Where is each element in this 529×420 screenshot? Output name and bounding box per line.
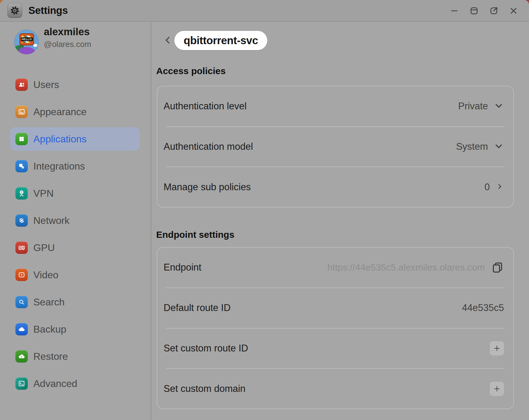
titlebar: Settings bbox=[0, 0, 529, 22]
row-label: Set custom domain bbox=[164, 383, 245, 394]
sidebar: HELLO alexmiles @olares.com bbox=[0, 22, 151, 420]
add-custom-route-id-button[interactable] bbox=[490, 341, 504, 355]
profile-domain: @olares.com bbox=[44, 40, 91, 49]
sidebar-item-integrations[interactable]: Integrations bbox=[0, 153, 151, 180]
sidebar-item-label: Video bbox=[33, 269, 58, 281]
plus-icon bbox=[493, 344, 501, 352]
sub-policies-count: 0 bbox=[485, 182, 490, 193]
section-title-endpoint-settings: Endpoint settings bbox=[156, 229, 234, 240]
avatar[interactable]: HELLO bbox=[14, 30, 39, 54]
restore-window-icon[interactable] bbox=[470, 6, 478, 15]
chevron-down-icon[interactable] bbox=[494, 100, 504, 112]
sidebar-item-label: GPU bbox=[33, 242, 55, 254]
access-policies-card: Authentication level Private Authenticat… bbox=[157, 86, 514, 208]
sidebar-item-video[interactable]: Video bbox=[0, 261, 151, 288]
sidebar-item-label: Appearance bbox=[33, 106, 87, 118]
avatar-tv-head: HELLO bbox=[19, 33, 34, 45]
default-route-id-value: 44e535c5 bbox=[462, 302, 504, 313]
endpoint-settings-card: Endpoint https://44e535c5.alexmiles.olar… bbox=[157, 247, 514, 409]
sidebar-item-network[interactable]: Network bbox=[0, 207, 151, 234]
endpoint-row: Endpoint https://44e535c5.alexmiles.olar… bbox=[157, 248, 513, 288]
sidebar-item-label: Integrations bbox=[33, 161, 85, 172]
default-route-id-row: Default route ID 44e535c5 bbox=[157, 288, 513, 328]
integrations-icon bbox=[15, 160, 28, 172]
authentication-level-value: Private bbox=[458, 101, 488, 112]
sidebar-item-label: Advanced bbox=[33, 378, 77, 389]
gear-icon bbox=[9, 4, 21, 17]
settings-app-icon bbox=[7, 3, 22, 18]
search-icon bbox=[15, 296, 28, 308]
chevron-right-icon[interactable] bbox=[495, 182, 504, 192]
sidebar-item-gpu[interactable]: GPU bbox=[0, 234, 151, 261]
users-icon bbox=[15, 78, 28, 91]
sidebar-item-applications[interactable]: Applications bbox=[0, 125, 151, 153]
sidebar-item-label: Backup bbox=[33, 324, 66, 335]
network-icon bbox=[15, 214, 28, 227]
authentication-model-value: System bbox=[456, 141, 488, 152]
restore-cloud-icon bbox=[15, 350, 28, 363]
vpn-icon bbox=[15, 187, 28, 200]
sidebar-item-advanced[interactable]: Advanced bbox=[0, 370, 151, 397]
endpoint-url: https://44e535c5.alexmiles.olares.com bbox=[327, 262, 485, 273]
avatar-detail bbox=[33, 44, 37, 47]
add-custom-domain-button[interactable] bbox=[490, 382, 504, 396]
close-icon[interactable] bbox=[509, 6, 518, 15]
authentication-model-row[interactable]: Authentication model System bbox=[157, 127, 513, 167]
sidebar-item-backup[interactable]: Backup bbox=[0, 316, 151, 343]
sidebar-nav: Users Appearance bbox=[0, 71, 151, 397]
video-icon bbox=[15, 269, 28, 281]
back-button[interactable] bbox=[162, 34, 173, 46]
backup-cloud-icon bbox=[15, 323, 28, 335]
avatar-detail bbox=[18, 47, 35, 54]
chevron-down-icon[interactable] bbox=[494, 141, 504, 153]
row-label: Authentication model bbox=[164, 141, 253, 152]
set-custom-route-id-row[interactable]: Set custom route ID bbox=[157, 329, 513, 368]
set-custom-domain-row[interactable]: Set custom domain bbox=[157, 369, 513, 409]
plus-icon bbox=[493, 385, 501, 393]
sidebar-item-label: Search bbox=[33, 296, 65, 308]
window-controls bbox=[450, 0, 518, 22]
gpu-icon bbox=[15, 242, 28, 254]
applications-icon bbox=[15, 133, 28, 145]
sidebar-item-label: Network bbox=[33, 215, 69, 226]
sidebar-item-label: Applications bbox=[33, 133, 87, 145]
row-label: Endpoint bbox=[164, 262, 201, 273]
manage-sub-policies-row[interactable]: Manage sub policies 0 bbox=[157, 167, 513, 207]
avatar-hello-text: HELLO bbox=[21, 37, 33, 41]
terminal-icon bbox=[15, 377, 28, 390]
sidebar-item-label: Users bbox=[33, 79, 59, 90]
copy-icon[interactable] bbox=[490, 260, 504, 275]
sidebar-item-users[interactable]: Users bbox=[0, 71, 151, 98]
sidebar-item-label: VPN bbox=[33, 188, 54, 199]
minimize-icon[interactable] bbox=[450, 6, 459, 15]
row-label: Manage sub policies bbox=[164, 182, 251, 193]
row-label: Default route ID bbox=[164, 302, 231, 313]
page-title: qbittorrent-svc bbox=[184, 34, 258, 47]
desktop-wallpaper: Settings bbox=[0, 0, 529, 420]
row-label: Authentication level bbox=[164, 101, 247, 112]
sidebar-item-appearance[interactable]: Appearance bbox=[0, 98, 151, 125]
sidebar-item-vpn[interactable]: VPN bbox=[0, 180, 151, 207]
row-label: Set custom route ID bbox=[164, 343, 248, 354]
sidebar-item-search[interactable]: Search bbox=[0, 288, 151, 316]
section-title-access-policies: Access policies bbox=[156, 66, 226, 76]
authentication-level-row[interactable]: Authentication level Private bbox=[157, 86, 513, 126]
sidebar-item-label: Restore bbox=[33, 351, 68, 362]
chevron-left-icon bbox=[163, 35, 173, 45]
settings-window: Settings bbox=[0, 0, 529, 420]
window-title: Settings bbox=[28, 5, 68, 16]
open-in-new-window-icon[interactable] bbox=[489, 6, 498, 15]
page-title-pill: qbittorrent-svc bbox=[174, 31, 267, 50]
profile-name: alexmiles bbox=[44, 26, 90, 38]
main-content: qbittorrent-svc Access policies Authenti… bbox=[152, 22, 529, 420]
appearance-icon bbox=[15, 106, 28, 118]
sidebar-item-restore[interactable]: Restore bbox=[0, 343, 151, 370]
